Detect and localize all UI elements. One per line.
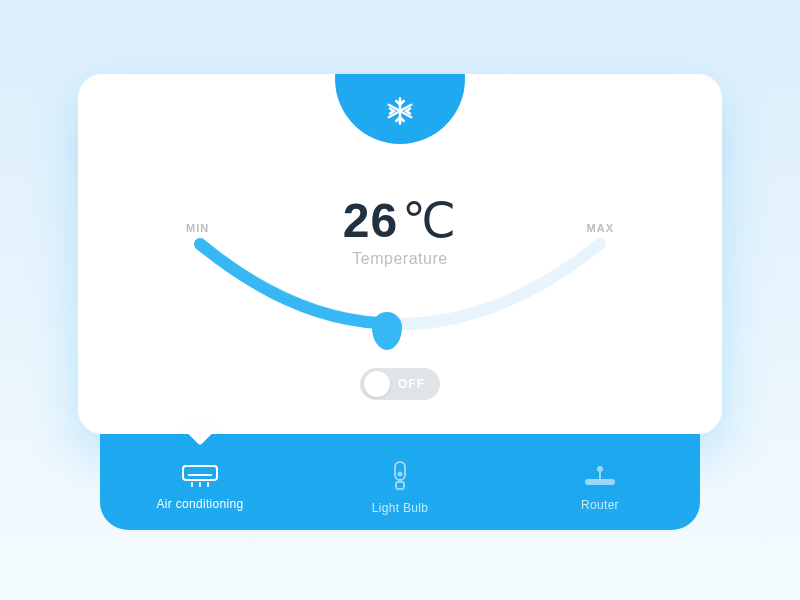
mode-badge: [335, 74, 465, 144]
tab-label: Air conditioning: [157, 497, 244, 511]
svg-rect-10: [396, 482, 404, 489]
svg-rect-3: [183, 466, 217, 480]
toggle-knob: [364, 371, 390, 397]
tab-label: Light Bulb: [372, 501, 428, 515]
device-card: 26℃ Temperature MIN MAX OFF: [78, 74, 722, 434]
tab-light-bulb[interactable]: Light Bulb: [325, 461, 475, 515]
ac-icon: [182, 465, 218, 487]
toggle-state-label: OFF: [398, 377, 425, 391]
snowflake-icon: [385, 96, 415, 126]
svg-point-9: [398, 472, 403, 477]
tab-air-conditioning[interactable]: Air conditioning: [125, 465, 275, 511]
tab-router[interactable]: Router: [525, 464, 675, 512]
power-toggle[interactable]: OFF: [360, 368, 440, 400]
svg-point-11: [597, 466, 603, 472]
svg-rect-13: [585, 479, 615, 485]
bulb-icon: [390, 461, 410, 491]
svg-rect-8: [395, 462, 405, 480]
router-icon: [583, 464, 617, 488]
temperature-slider[interactable]: [170, 194, 630, 374]
device-tab-bar: Air conditioning Light Bulb Router: [100, 446, 700, 530]
tab-label: Router: [581, 498, 619, 512]
